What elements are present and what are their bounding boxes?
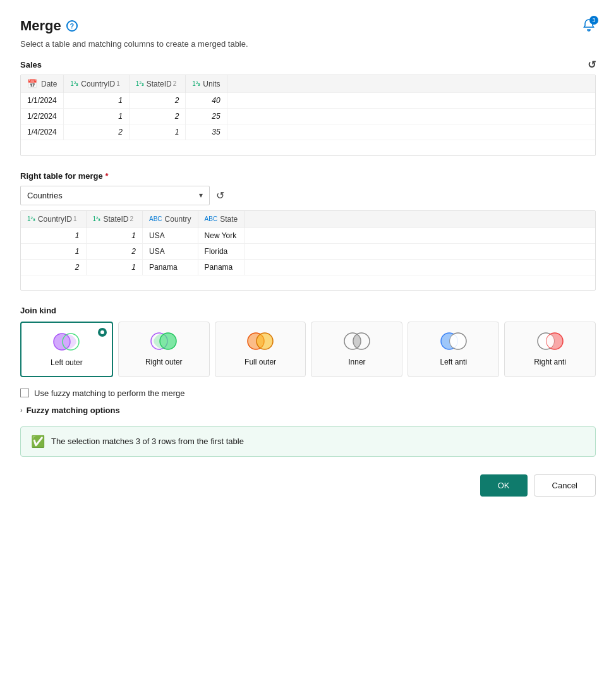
countries-col-state[interactable]: ABC State [198, 211, 245, 228]
inner-label: Inner [348, 358, 365, 368]
sales-row-3: 1/4/2024 2 1 35 [21, 124, 595, 140]
fuzzy-label: Use fuzzy matching to perform the merge [34, 389, 184, 398]
sales-col-stateid[interactable]: 1²₃ StateID 2 [129, 75, 186, 93]
countries-table: 1²₃ CountryID 1 1²₃ StateID 2 ABC Co [21, 211, 595, 291]
sales-row-1: 1/1/2024 1 2 40 [21, 93, 595, 109]
countries-col-empty [245, 211, 595, 228]
dropdown-row: Countries ▾ ↺ [20, 186, 596, 205]
join-card-right-outer[interactable]: Right outer [118, 322, 210, 377]
countries-col-countryid[interactable]: 1²₃ CountryID 1 [21, 211, 86, 228]
full-outer-icon [245, 330, 276, 353]
countries-table-container: 1²₃ CountryID 1 1²₃ StateID 2 ABC Co [20, 210, 596, 291]
left-outer-label: Left outer [51, 358, 83, 368]
notification-badge: 3 [589, 16, 598, 25]
countries-col-country[interactable]: ABC Country [143, 211, 198, 228]
right-table-dropdown[interactable]: Countries ▾ [20, 186, 210, 205]
left-anti-label: Left anti [440, 358, 467, 368]
right-table-refresh-button[interactable]: ↺ [216, 190, 224, 202]
header: Merge ? 3 [20, 18, 596, 34]
join-card-left-outer[interactable]: Left outer [20, 322, 113, 377]
left-anti-icon [438, 330, 469, 353]
sales-empty-row [21, 140, 595, 155]
dropdown-value: Countries [27, 191, 63, 200]
sales-section-label: Sales ↺ [20, 59, 596, 71]
chevron-down-icon: ▾ [199, 191, 203, 200]
right-anti-label: Right anti [534, 358, 566, 368]
help-icon[interactable]: ? [66, 20, 78, 32]
right-outer-label: Right outer [145, 358, 183, 368]
right-table-label: Right table for merge * [20, 171, 596, 181]
page-title: Merge [20, 18, 61, 34]
success-bar: ✅ The selection matches 3 of 3 rows from… [20, 426, 596, 457]
sales-refresh-button[interactable]: ↺ [588, 59, 596, 71]
sales-col-units[interactable]: 1²₃ Units [186, 75, 227, 93]
sales-table: 📅 Date 1²₃ CountryID 1 1²₃ StateID [21, 75, 595, 155]
countries-col-stateid[interactable]: 1²₃ StateID 2 [86, 211, 143, 228]
calendar-icon: 📅 [27, 79, 37, 88]
ok-button[interactable]: OK [480, 474, 528, 497]
fuzzy-matching-row: Use fuzzy matching to perform the merge [20, 389, 596, 398]
join-card-full-outer[interactable]: Full outer [215, 322, 306, 377]
title-area: Merge ? [20, 18, 78, 34]
right-anti-icon [534, 330, 566, 353]
countries-empty-row [21, 275, 595, 290]
fuzzy-options-label: Fuzzy matching options [27, 406, 120, 415]
join-cards: Left outer Right outer Full outer [20, 322, 596, 377]
join-kind-label: Join kind [20, 306, 596, 315]
selected-indicator [98, 328, 107, 337]
sales-col-countryid[interactable]: 1²₃ CountryID 1 [64, 75, 130, 93]
sales-col-empty [227, 75, 595, 93]
inner-icon [341, 330, 373, 353]
right-outer-icon [148, 330, 179, 353]
join-card-inner[interactable]: Inner [311, 322, 402, 377]
countries-row-1: 1 1 USA New York [21, 227, 595, 243]
footer-buttons: OK Cancel [20, 474, 596, 497]
join-card-right-anti[interactable]: Right anti [504, 322, 596, 377]
subtitle: Select a table and matching columns to c… [20, 39, 596, 49]
sales-row-2: 1/2/2024 1 2 25 [21, 109, 595, 124]
full-outer-label: Full outer [245, 358, 276, 368]
fuzzy-checkbox[interactable] [20, 389, 29, 397]
svg-point-5 [257, 333, 273, 349]
sales-table-container: 📅 Date 1²₃ CountryID 1 1²₃ StateID [20, 75, 596, 156]
success-icon: ✅ [31, 435, 45, 449]
join-card-left-anti[interactable]: Left anti [408, 322, 499, 377]
svg-point-3 [160, 333, 176, 349]
svg-point-0 [54, 334, 70, 350]
cancel-button[interactable]: Cancel [534, 474, 596, 497]
success-message: The selection matches 3 of 3 rows from t… [51, 437, 244, 446]
left-outer-icon [51, 330, 82, 353]
notification-button[interactable]: 3 [582, 18, 596, 34]
countries-row-2: 1 2 USA Florida [21, 243, 595, 259]
sales-col-date[interactable]: 📅 Date [21, 75, 64, 93]
countries-row-3: 2 1 Panama Panama [21, 259, 595, 275]
fuzzy-options-row[interactable]: › Fuzzy matching options [20, 406, 596, 415]
chevron-right-icon: › [20, 406, 23, 414]
